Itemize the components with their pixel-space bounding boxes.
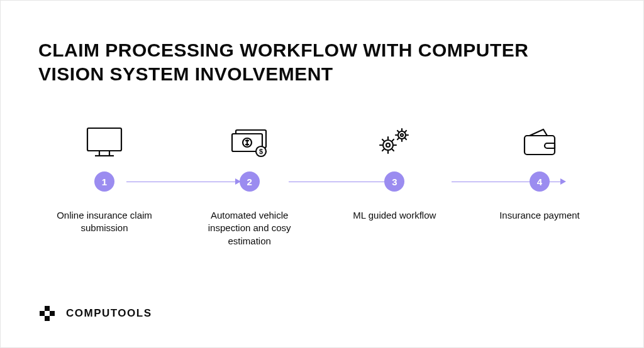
step-badge-4: 4 — [530, 171, 550, 192]
svg-rect-30 — [40, 311, 45, 316]
svg-line-18 — [382, 150, 384, 151]
brand-name: COMPUTOOLS — [66, 307, 152, 320]
svg-point-11 — [386, 143, 390, 147]
monitor-icon — [85, 120, 124, 164]
step-1: 1 Online insurance claim submission — [51, 120, 158, 235]
svg-line-29 — [405, 138, 406, 139]
svg-line-28 — [397, 138, 399, 139]
svg-rect-32 — [45, 316, 50, 321]
svg-point-21 — [401, 134, 403, 136]
step-badge-1: 1 — [94, 171, 114, 192]
svg-line-27 — [405, 131, 406, 132]
step-4: 4 Insurance payment — [486, 120, 593, 222]
gears-icon — [374, 120, 414, 164]
workflow-row: 1 Online insurance claim submission $ 2 … — [38, 120, 606, 247]
svg-text:$: $ — [259, 148, 263, 155]
svg-line-19 — [392, 150, 394, 151]
svg-point-20 — [398, 131, 406, 139]
svg-line-16 — [382, 139, 384, 141]
svg-rect-33 — [50, 311, 55, 316]
step-label-4: Insurance payment — [499, 209, 580, 222]
brand-footer: COMPUTOOLS — [38, 280, 606, 322]
brand-logo-icon — [38, 305, 58, 322]
step-2: $ 2 Automated vehicle inspection and cos… — [196, 120, 303, 247]
step-3: 3 ML guided workflow — [341, 120, 448, 222]
step-label-3: ML guided workflow — [353, 209, 436, 222]
svg-rect-31 — [45, 306, 50, 311]
money-icon: $ — [228, 120, 271, 164]
step-label-2: Automated vehicle inspection and cosy es… — [196, 209, 303, 247]
svg-line-26 — [397, 131, 399, 132]
step-badge-2: 2 — [240, 171, 260, 192]
svg-point-10 — [383, 140, 393, 150]
wallet-icon — [521, 120, 558, 164]
svg-line-17 — [392, 139, 394, 141]
step-label-1: Online insurance claim submission — [51, 209, 158, 235]
page-title: CLAIM PROCESSING WORKFLOW WITH COMPUTER … — [38, 38, 554, 85]
svg-rect-0 — [87, 128, 121, 151]
step-badge-3: 3 — [384, 171, 404, 192]
